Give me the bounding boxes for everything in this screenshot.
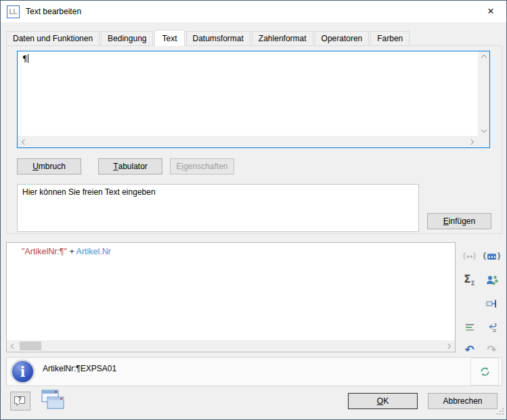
ok-button[interactable]: OK bbox=[348, 393, 418, 409]
scroll-left-icon[interactable] bbox=[11, 343, 16, 348]
tab-bedingung[interactable]: Bedingung bbox=[101, 31, 153, 46]
scroll-up-icon[interactable] bbox=[481, 55, 486, 60]
toolbar-spacer bbox=[460, 294, 480, 313]
ok-label-rest: K bbox=[383, 396, 389, 406]
scroll-right-icon[interactable] bbox=[445, 343, 451, 348]
scroll-left-icon[interactable] bbox=[22, 139, 27, 144]
formula-toolbar: (↔) () ΣΣ bbox=[458, 242, 506, 354]
redo-icon[interactable]: ↷ bbox=[487, 343, 496, 356]
resize-grip[interactable] bbox=[497, 408, 504, 417]
undo-icon[interactable]: ↶ bbox=[464, 343, 474, 356]
svg-text:?: ? bbox=[18, 396, 21, 404]
window-title: Text bearbeiten bbox=[26, 7, 81, 16]
formula-string-literal: "ArtikelNr:¶" bbox=[22, 247, 67, 256]
einfuegen-button[interactable]: Einfügen bbox=[427, 213, 491, 229]
edit-vertical-scrollbar[interactable] bbox=[478, 51, 489, 136]
help-bubble-icon: ? bbox=[13, 395, 28, 408]
text-edit-content[interactable]: ¶ bbox=[18, 51, 478, 136]
scrollbar-thumb[interactable] bbox=[20, 342, 41, 350]
formula-operator: + bbox=[67, 247, 76, 256]
tab-zahlenformat[interactable]: Zahlenformat bbox=[252, 31, 313, 46]
abbrechen-label-rest: Abbrechen bbox=[443, 396, 482, 406]
eigenschaften-button[interactable]: Eigenschaften bbox=[170, 158, 234, 174]
abbrechen-button[interactable]: Abbrechen bbox=[428, 393, 498, 409]
result-preview-bar: i ArtikelNr:¶EXPSA01 bbox=[6, 357, 502, 386]
umbruch-button[interactable]: Umbruch bbox=[17, 158, 81, 174]
sum-functions-icon[interactable]: ΣΣ bbox=[460, 271, 480, 289]
close-icon[interactable]: ✕ bbox=[475, 1, 506, 22]
edit-horizontal-scrollbar[interactable] bbox=[18, 136, 478, 147]
insert-tabulator-icon[interactable] bbox=[482, 294, 502, 313]
tabulator-label-rest: abulator bbox=[118, 162, 147, 171]
tab-operatoren[interactable]: Operatoren bbox=[315, 31, 370, 46]
formula-field: Artikel.Nr bbox=[76, 247, 111, 256]
help-button[interactable]: ? bbox=[10, 392, 30, 411]
ok-label-mn: O bbox=[377, 396, 383, 406]
scroll-down-icon[interactable] bbox=[481, 127, 486, 133]
refresh-preview-button[interactable] bbox=[470, 358, 499, 386]
formula-panel[interactable]: "ArtikelNr:¶" + Artikel.Nr bbox=[6, 242, 456, 352]
window-mode-button[interactable] bbox=[36, 389, 66, 414]
tab-daten-und-funktionen[interactable]: Daten und Funktionen bbox=[6, 31, 100, 46]
parentheses-insert-icon[interactable]: () bbox=[482, 247, 502, 266]
einfuegen-label-mn: E bbox=[443, 216, 449, 226]
free-text-value: Hier können Sie freien Text eingeben bbox=[22, 187, 156, 197]
tab-text[interactable]: Text bbox=[154, 30, 184, 46]
umbruch-label-mn: U bbox=[32, 162, 39, 171]
app-ll-icon: LL bbox=[7, 5, 20, 18]
eigenschaften-label-pre: E bbox=[176, 162, 181, 171]
text-bearbeiten-dialog: LL Text bearbeiten ✕ Daten und Funktione… bbox=[0, 0, 507, 420]
titlebar: LL Text bearbeiten ✕ bbox=[1, 1, 506, 22]
umbruch-label-rest: mbruch bbox=[39, 162, 66, 171]
indent-list-icon[interactable] bbox=[460, 318, 480, 337]
variables-icon[interactable] bbox=[482, 271, 502, 289]
scrollbar-corner bbox=[478, 136, 489, 147]
eigenschaften-label-rest: genschaften bbox=[183, 162, 227, 171]
formula-horizontal-scrollbar[interactable] bbox=[7, 340, 455, 352]
text-edit-area[interactable]: ¶ bbox=[17, 51, 490, 148]
editor-paragraph-mark: ¶ bbox=[22, 54, 27, 64]
tab-datumsformat[interactable]: Datumsformat bbox=[186, 31, 250, 46]
insert-linewrap-icon[interactable] bbox=[482, 318, 502, 337]
refresh-icon bbox=[480, 367, 490, 377]
text-caret bbox=[28, 54, 28, 63]
tabulator-label-mn: T bbox=[113, 162, 118, 171]
scroll-right-icon[interactable] bbox=[468, 139, 474, 144]
parentheses-remove-icon[interactable]: (↔) bbox=[460, 247, 480, 266]
overlapping-windows-icon bbox=[36, 389, 66, 412]
result-preview-text: ArtikelNr:¶EXPSA01 bbox=[43, 364, 116, 373]
info-icon: i bbox=[11, 360, 35, 383]
tab-farben[interactable]: Farben bbox=[370, 31, 410, 46]
tabulator-button[interactable]: Tabulator bbox=[98, 158, 162, 174]
tab-bar: Daten und Funktionen Bedingung Text Datu… bbox=[6, 30, 411, 46]
einfuegen-label-rest: infügen bbox=[449, 216, 475, 226]
formula-expression[interactable]: "ArtikelNr:¶" + Artikel.Nr bbox=[22, 247, 111, 256]
free-text-input[interactable]: Hier können Sie freien Text eingeben bbox=[17, 184, 419, 232]
